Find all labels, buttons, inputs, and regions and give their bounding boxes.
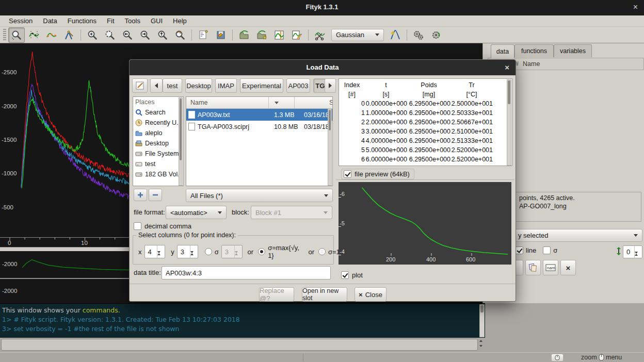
add-function-icon: [390, 29, 401, 41]
select-columns-legend: Select columns (0 for point index):: [136, 232, 238, 239]
file-format-select[interactable]: <automatic>: [166, 206, 227, 219]
file-row-tga-ap003.sciprj[interactable]: TGA-AP003.sciprj10.8 MB03/18/18: [186, 121, 332, 133]
menu-session[interactable]: Session: [4, 16, 37, 26]
mouse-config-button[interactable]: [551, 354, 564, 361]
file-list-header[interactable]: Name Size Modified: [186, 97, 332, 109]
path-back-button[interactable]: [150, 78, 163, 93]
console-scrollbar[interactable]: [479, 304, 485, 337]
tab-functions[interactable]: functions: [514, 44, 554, 57]
tab-data[interactable]: data: [491, 44, 514, 58]
menu-fit[interactable]: Fit: [102, 16, 119, 26]
zoom-vertical-button[interactable]: [154, 27, 171, 43]
zoom-all-button[interactable]: [172, 27, 188, 43]
copy-data-button[interactable]: [525, 260, 541, 275]
place-aleplo[interactable]: aleplo: [133, 128, 183, 138]
sigma-one-radio[interactable]: [318, 248, 326, 255]
remove-place-button[interactable]: [149, 189, 162, 201]
place-desktop[interactable]: Desktop: [133, 138, 183, 149]
open-data-button[interactable]: [253, 27, 270, 43]
command-input[interactable]: [1, 339, 478, 351]
y-column-label: y: [171, 248, 174, 256]
zoom-select-button[interactable]: [102, 27, 118, 43]
script-preview-button[interactable]: [195, 27, 212, 43]
data-title-input[interactable]: AP003w:4:3: [162, 266, 331, 279]
place-file-system[interactable]: File System: [133, 149, 183, 159]
data-title-label: data title:: [134, 269, 161, 276]
run-fit-button[interactable]: [428, 27, 444, 43]
file-format-value: <automatic>: [170, 209, 207, 217]
file-preview-text[interactable]: IndextPoidsTr[#][s][mg][°C]00.00000e+000…: [339, 78, 512, 166]
add-function-button[interactable]: [387, 27, 404, 43]
menu-tools[interactable]: Tools: [120, 16, 145, 26]
path-forward-button[interactable]: [325, 78, 336, 93]
execute-gears-button[interactable]: [410, 27, 427, 43]
x-column-stepper[interactable]: 4: [144, 245, 166, 258]
cut-function-button[interactable]: [312, 27, 328, 43]
load-data-dialog: Load Data × testDesktopIMAPExperimentalA…: [129, 59, 516, 302]
add-place-button[interactable]: [134, 189, 147, 201]
window-titlebar[interactable]: Fityk 1.3.1 ×: [0, 0, 644, 15]
decimal-comma-checkbox[interactable]: [134, 222, 141, 230]
path-button-imap[interactable]: IMAP: [215, 78, 237, 93]
sigma-column-stepper[interactable]: 3: [221, 245, 243, 258]
type-location-button[interactable]: [132, 78, 148, 93]
data-range-mode-button[interactable]: [26, 27, 42, 43]
place-search[interactable]: Search: [133, 107, 183, 118]
menu-data[interactable]: Data: [38, 16, 61, 26]
add-peak-mode-button[interactable]: [61, 27, 77, 43]
open-session-button[interactable]: [236, 27, 252, 43]
place-recently-u-[interactable]: Recently U...: [133, 118, 183, 128]
plot-checkbox[interactable]: [341, 271, 349, 279]
dialog-titlebar[interactable]: Load Data ×: [130, 60, 516, 75]
zoom-mode-button[interactable]: [8, 27, 25, 43]
path-button-desktop[interactable]: Desktop: [185, 78, 212, 93]
menu-functions[interactable]: Functions: [63, 16, 101, 26]
delete-data-button[interactable]: ×: [560, 260, 576, 275]
place-182-gb-vol-[interactable]: 182 GB Vol...: [133, 169, 183, 179]
path-button-experimental[interactable]: Experimental: [240, 78, 283, 93]
zoom-next-icon: [139, 29, 151, 41]
sigma-checkbox[interactable]: [543, 246, 551, 254]
open-in-new-slot-button[interactable]: Open in new slot: [302, 287, 347, 302]
places-scrollbar[interactable]: [179, 97, 183, 186]
save-session-button[interactable]: [213, 27, 229, 43]
y-column-stepper[interactable]: 3: [177, 245, 198, 258]
file-row-ap003w.txt[interactable]: AP003w.txt1.3 MB03/16/18: [186, 109, 332, 121]
point-size-stepper[interactable]: 0: [623, 245, 642, 258]
path-button-test[interactable]: test: [163, 78, 182, 93]
grid-name-header: Name: [523, 60, 540, 68]
menu-help[interactable]: Help: [168, 16, 191, 26]
input-history-arrows[interactable]: [479, 340, 482, 347]
function-type-select[interactable]: Gaussian: [331, 29, 384, 41]
plus-icon: [137, 192, 143, 198]
window-close-icon[interactable]: ×: [633, 3, 638, 12]
sigma-column-radio[interactable]: [205, 248, 212, 255]
file-list-scrollbar[interactable]: [328, 109, 332, 186]
path-button-ap003[interactable]: AP003: [286, 78, 310, 93]
dialog-close-icon[interactable]: ×: [505, 63, 509, 72]
tab-variables[interactable]: variables: [554, 44, 592, 57]
line-checkbox[interactable]: [516, 246, 523, 254]
chevron-right-icon: [329, 83, 332, 88]
preview-scrollbar[interactable]: [507, 79, 511, 166]
file-preview-checkbox[interactable]: [344, 170, 351, 178]
close-button[interactable]: ×Close: [355, 287, 387, 302]
replace-button[interactable]: Replace @?: [259, 287, 294, 302]
preview-row: 77.00000e+0006.29500e+0002.52333e+001: [339, 164, 512, 166]
zoom-in-button[interactable]: [84, 27, 101, 43]
zoom-prev-button[interactable]: [119, 27, 136, 43]
baseline-mode-button[interactable]: [43, 27, 60, 43]
console-output[interactable]: This window shows your commands. 1> # Fi…: [0, 303, 485, 338]
plot-image-button[interactable]: [271, 27, 287, 43]
sigma-max-radio[interactable]: [258, 248, 265, 255]
cut-function-icon: [314, 29, 326, 41]
rename-data-button[interactable]: nam: [543, 260, 558, 275]
file-filter-select[interactable]: All Files (*): [186, 189, 333, 202]
chevron-left-icon: [155, 83, 158, 88]
edit-script-button[interactable]: [288, 27, 305, 43]
block-select[interactable]: Block #1: [251, 206, 332, 219]
menu-gui[interactable]: GUI: [146, 16, 167, 26]
zoom-next-button[interactable]: [137, 27, 153, 43]
toolbar-grip[interactable]: [3, 29, 6, 41]
place-test[interactable]: test: [133, 159, 183, 169]
